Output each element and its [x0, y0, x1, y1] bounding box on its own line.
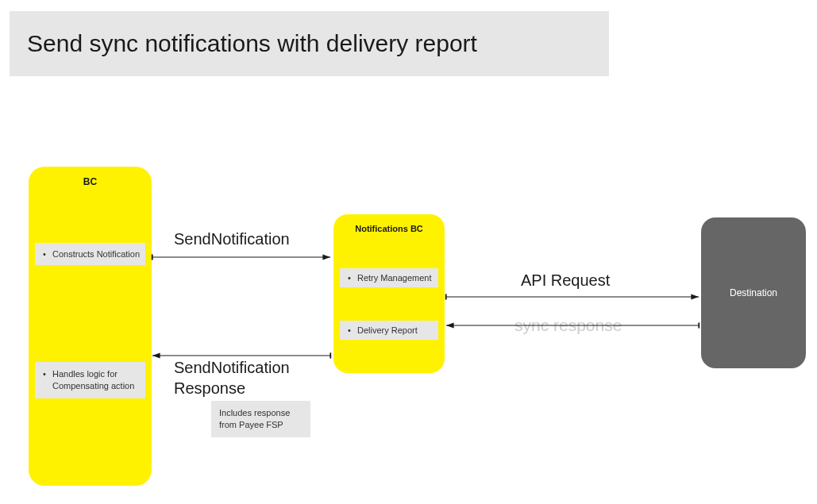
- arrow-label-response-line2: Response: [174, 379, 245, 398]
- bc-title: BC: [29, 176, 152, 187]
- title-bar: Send sync notifications with delivery re…: [10, 11, 609, 76]
- bc-item-compensating: Handles logic for Compensating action: [35, 362, 145, 398]
- response-note: Includes response from Payee FSP: [211, 401, 310, 437]
- notifications-item-delivery: Delivery Report: [340, 321, 438, 340]
- page-title: Send sync notifications with delivery re…: [27, 30, 477, 57]
- notifications-title: Notifications BC: [333, 224, 445, 233]
- bc-item-constructs: Constructs Notification: [35, 243, 145, 265]
- destination-container: Destination: [701, 217, 806, 368]
- notifications-container: Notifications BC Retry Management Delive…: [333, 214, 445, 373]
- arrow-label-sync: sync response: [514, 316, 622, 335]
- bc-container: BC Constructs Notification Handles logic…: [29, 167, 152, 486]
- arrow-label-api: API Request: [521, 271, 610, 290]
- destination-label: Destination: [730, 287, 777, 298]
- arrow-label-response-line1: SendNotification: [174, 359, 290, 377]
- notifications-item-retry: Retry Management: [340, 268, 438, 287]
- arrow-label-send: SendNotification: [174, 230, 290, 248]
